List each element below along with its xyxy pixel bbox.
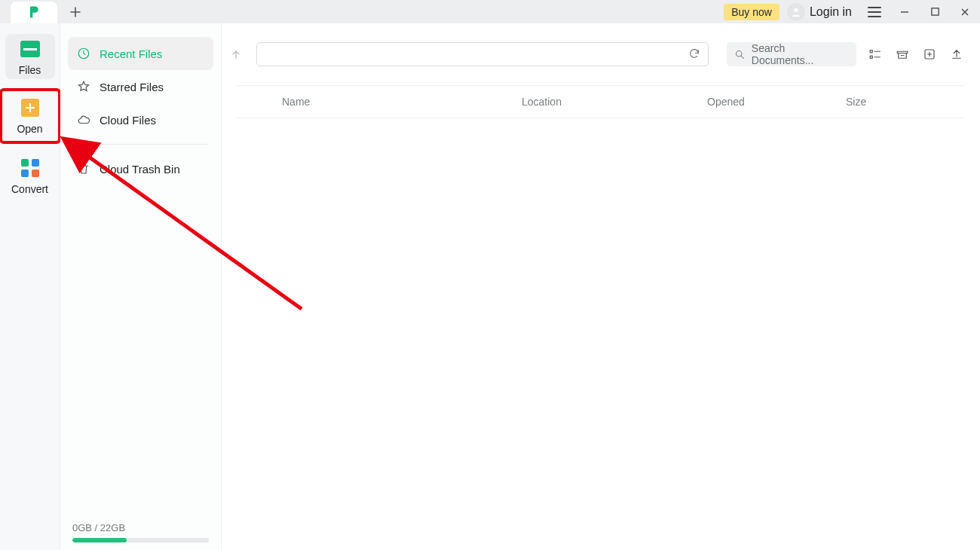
menu-button[interactable] — [859, 0, 890, 23]
convert-icon — [20, 157, 41, 179]
nav-item-label: Starred Files — [100, 81, 164, 93]
rail-item-convert[interactable]: Convert — [5, 153, 55, 198]
rail-item-label: Files — [19, 64, 41, 76]
nav-item-cloud-trash[interactable]: Cloud Trash Bin — [68, 152, 213, 185]
svg-rect-5 — [870, 56, 872, 58]
star-icon — [77, 80, 90, 93]
app-logo-icon — [26, 5, 41, 22]
search-placeholder: Search Documents... — [752, 42, 849, 66]
nav-item-label: Cloud Trash Bin — [100, 163, 180, 176]
left-rail: Files Open Convert — [0, 23, 60, 550]
nav-panel: Recent Files Starred Files Cloud Files C… — [60, 23, 222, 550]
app-tab[interactable] — [11, 2, 57, 25]
view-list-button[interactable] — [867, 46, 884, 63]
archive-button[interactable] — [894, 46, 911, 63]
storage-text: 0GB / 22GB — [72, 522, 209, 533]
nav-item-starred-files[interactable]: Starred Files — [68, 70, 213, 103]
address-bar[interactable] — [256, 42, 709, 66]
nav-item-label: Cloud Files — [100, 114, 156, 127]
avatar-icon[interactable] — [787, 3, 805, 21]
new-tab-button[interactable] — [62, 0, 89, 23]
buy-now-button[interactable]: Buy now — [724, 4, 779, 20]
storage-footer: 0GB / 22GB — [72, 522, 209, 542]
up-button[interactable] — [226, 48, 246, 60]
svg-rect-4 — [870, 50, 872, 53]
nav-item-recent-files[interactable]: Recent Files — [68, 37, 213, 70]
upload-button[interactable] — [948, 46, 965, 63]
rail-item-files[interactable]: Files — [5, 34, 55, 79]
nav-item-label: Recent Files — [100, 47, 162, 60]
new-button[interactable] — [921, 46, 938, 63]
login-button[interactable]: Login in — [810, 5, 852, 19]
rail-item-label: Open — [17, 123, 42, 135]
svg-rect-1 — [931, 8, 938, 15]
main-area: Search Documents... Name Location Opened… — [222, 23, 980, 550]
cloud-icon — [77, 113, 90, 127]
column-size[interactable]: Size — [846, 96, 965, 108]
minimize-button[interactable] — [890, 0, 920, 23]
files-icon — [20, 38, 41, 60]
file-list-header: Name Location Opened Size — [237, 85, 965, 118]
storage-bar — [72, 538, 209, 542]
rail-item-label: Convert — [11, 183, 48, 195]
hamburger-icon — [868, 7, 881, 17]
search-documents-input[interactable]: Search Documents... — [727, 42, 856, 66]
column-location[interactable]: Location — [522, 96, 707, 108]
maximize-button[interactable] — [920, 0, 950, 23]
nav-item-cloud-files[interactable]: Cloud Files — [68, 103, 213, 136]
toolbar: Search Documents... — [222, 23, 980, 85]
column-name[interactable]: Name — [282, 96, 522, 108]
close-button[interactable] — [950, 0, 980, 23]
search-icon — [734, 49, 746, 60]
trash-icon — [77, 162, 90, 176]
svg-point-0 — [794, 8, 798, 11]
open-icon — [20, 97, 41, 118]
rail-item-open[interactable]: Open — [2, 91, 58, 141]
refresh-icon[interactable] — [688, 47, 700, 62]
svg-point-3 — [736, 50, 741, 56]
column-opened[interactable]: Opened — [707, 96, 846, 108]
nav-separator — [72, 144, 209, 145]
clock-icon — [77, 47, 90, 60]
title-bar: Buy now Login in — [0, 0, 980, 23]
